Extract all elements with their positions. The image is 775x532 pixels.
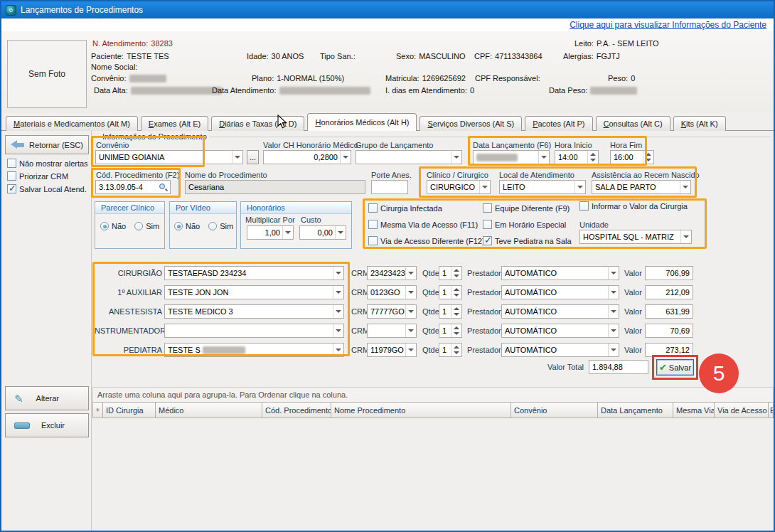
radio-dot[interactable]: [208, 222, 217, 230]
via-acesso-diferente-checkbox[interactable]: Via de Acesso Diferente (F12): [368, 236, 485, 245]
chevron-down-icon[interactable]: [405, 305, 415, 318]
custo-combobox[interactable]: 0,00: [299, 225, 346, 240]
excluir-button[interactable]: Excluir: [5, 413, 89, 437]
qtde-spinner[interactable]: 1: [439, 266, 462, 280]
crm-combobox[interactable]: 11979GO: [367, 343, 417, 357]
checkbox-box[interactable]: [7, 159, 16, 168]
medico-combobox[interactable]: TESTAEFASD 234234: [164, 266, 344, 280]
valor-field[interactable]: 706,99: [645, 266, 693, 280]
chevron-down-icon[interactable]: [232, 151, 242, 164]
grid-column-partial[interactable]: E: [768, 402, 774, 418]
tab-kits[interactable]: Kits (Alt K): [673, 116, 726, 131]
tab-pacotes[interactable]: Pacotes (Alt P): [525, 116, 592, 131]
spinner-icon[interactable]: [451, 267, 461, 280]
medico-combobox[interactable]: [164, 324, 344, 338]
teve-pediatra-checkbox[interactable]: Teve Pediatra na Sala: [483, 236, 572, 245]
checkbox-box[interactable]: [483, 236, 492, 245]
checkbox-box[interactable]: [579, 201, 589, 211]
qtde-spinner[interactable]: 1: [439, 343, 462, 357]
chevron-down-icon[interactable]: [608, 324, 618, 337]
chevron-down-icon[interactable]: [608, 286, 618, 299]
hora-inicio-spinner[interactable]: 14:00: [555, 150, 599, 164]
browse-button[interactable]: ...: [247, 150, 259, 164]
chevron-down-icon[interactable]: [574, 181, 584, 193]
valor-field[interactable]: 273,12: [645, 343, 693, 357]
grid-group-panel[interactable]: Arraste uma coluna aqui para agrupa-la. …: [92, 387, 774, 403]
grid-column-nome-procedimento[interactable]: Nome Procedimento: [331, 402, 511, 418]
grid-column-via-de-acesso[interactable]: Via de Acesso: [714, 402, 769, 418]
chevron-down-icon[interactable]: [333, 286, 343, 299]
grid-column-medico[interactable]: Médico: [155, 402, 262, 418]
multiplicar-combobox[interactable]: 1,00: [247, 225, 294, 240]
spinner-icon[interactable]: [451, 324, 461, 337]
qtde-spinner[interactable]: 1: [439, 304, 462, 319]
cod-procedimento-input[interactable]: 3.13.09.05-4: [95, 180, 171, 194]
radio-dot[interactable]: [134, 222, 143, 230]
crm-combobox[interactable]: 234234234(: [367, 266, 417, 280]
tab-materiais-medicamentos[interactable]: Materiais e Medicamentos (Alt M): [6, 116, 138, 131]
valor-field[interactable]: 212,09: [645, 285, 693, 299]
chevron-down-icon[interactable]: [333, 324, 343, 337]
valor-field[interactable]: 70,69: [645, 324, 693, 338]
spinner-icon[interactable]: [643, 151, 653, 164]
tab-honorarios-medicos[interactable]: Honorários Médicos (Alt H): [307, 113, 417, 131]
patient-info-link[interactable]: Clique aqui para visualizar Informações …: [570, 20, 766, 30]
assistencia-recem-nascido-combobox[interactable]: SALA DE PARTO: [592, 180, 691, 194]
chevron-down-icon[interactable]: [608, 344, 618, 356]
qtde-spinner[interactable]: 1: [439, 324, 462, 338]
chevron-down-icon[interactable]: [282, 226, 292, 239]
medico-combobox[interactable]: TESTE JON JON: [164, 285, 344, 299]
prestador-combobox[interactable]: AUTOMÁTICO: [501, 285, 619, 299]
cirurgia-infectada-checkbox[interactable]: Cirurgia Infectada: [368, 203, 442, 213]
spinner-icon[interactable]: [587, 151, 597, 164]
checkbox-box[interactable]: [483, 203, 492, 213]
tab-consultas[interactable]: Consultas (Alt C): [596, 116, 670, 131]
spinner-icon[interactable]: [451, 286, 461, 299]
crm-combobox[interactable]: 0123GO: [367, 285, 417, 299]
hora-fim-spinner[interactable]: 16:00: [610, 150, 654, 164]
tab-servicos-diversos[interactable]: Serviços Diversos (Alt S): [419, 116, 522, 131]
checkbox-box[interactable]: [368, 203, 378, 213]
chevron-down-icon[interactable]: [451, 151, 461, 164]
clinico-cirurgico-combobox[interactable]: CIRURGICO: [427, 180, 491, 194]
chevron-down-icon[interactable]: [405, 267, 415, 280]
grid-column-mesma-via[interactable]: Mesma Via (: [673, 402, 715, 418]
qtde-spinner[interactable]: 1: [439, 285, 462, 299]
nao-mostrar-alertas-checkbox[interactable]: Não mostrar alertas: [7, 159, 88, 168]
prestador-combobox[interactable]: AUTOMÁTICO: [501, 304, 619, 319]
salvar-button[interactable]: ✔ Salvar: [656, 359, 694, 376]
chevron-down-icon[interactable]: [340, 151, 350, 164]
crm-combobox[interactable]: [367, 324, 417, 338]
grid-column-cod-procedimento[interactable]: Cód. Procedimento: [262, 402, 331, 418]
chevron-down-icon[interactable]: [405, 286, 415, 299]
grid-column-data-lancamento[interactable]: Data Lançamento: [597, 402, 673, 418]
chevron-down-icon[interactable]: [608, 305, 618, 318]
unidade-combobox[interactable]: HOSPITAL SQL - MATRIZ: [579, 230, 692, 244]
spinner-icon[interactable]: [451, 344, 461, 356]
porte-anes-input[interactable]: [371, 180, 408, 194]
data-lancamento-combobox[interactable]: [473, 150, 550, 164]
grupo-lancamento-combobox[interactable]: [356, 150, 462, 164]
parecer-sim-radio[interactable]: Sim: [134, 222, 159, 230]
prestador-combobox[interactable]: AUTOMÁTICO: [501, 343, 619, 357]
medico-combobox[interactable]: TESTE S: [164, 343, 344, 357]
checkbox-box[interactable]: [7, 171, 16, 181]
convenio-combobox[interactable]: UNIMED GOIANIA: [95, 150, 243, 164]
video-nao-radio[interactable]: Não: [174, 222, 200, 230]
equipe-diferente-checkbox[interactable]: Equipe Diferente (F9): [483, 203, 570, 213]
chevron-down-icon[interactable]: [405, 344, 415, 356]
mesma-via-acesso-checkbox[interactable]: Mesma Via de Acesso (F11): [368, 220, 478, 229]
chevron-down-icon[interactable]: [333, 267, 343, 280]
checkbox-box[interactable]: [7, 184, 16, 193]
salvar-local-atend-checkbox[interactable]: Salvar Local Atend.: [7, 184, 87, 193]
checkbox-box[interactable]: [368, 220, 378, 229]
checkbox-box[interactable]: [368, 236, 378, 245]
retornar-button[interactable]: Retornar (ESC): [5, 135, 89, 154]
radio-dot[interactable]: [100, 222, 109, 230]
tab-exames[interactable]: Exames (Alt E): [141, 116, 208, 131]
video-sim-radio[interactable]: Sim: [208, 222, 233, 230]
prestador-combobox[interactable]: AUTOMÁTICO: [501, 324, 619, 338]
valor-field[interactable]: 631,99: [645, 304, 693, 319]
search-icon[interactable]: [159, 183, 168, 192]
crm-combobox[interactable]: 77777GO: [367, 304, 417, 319]
